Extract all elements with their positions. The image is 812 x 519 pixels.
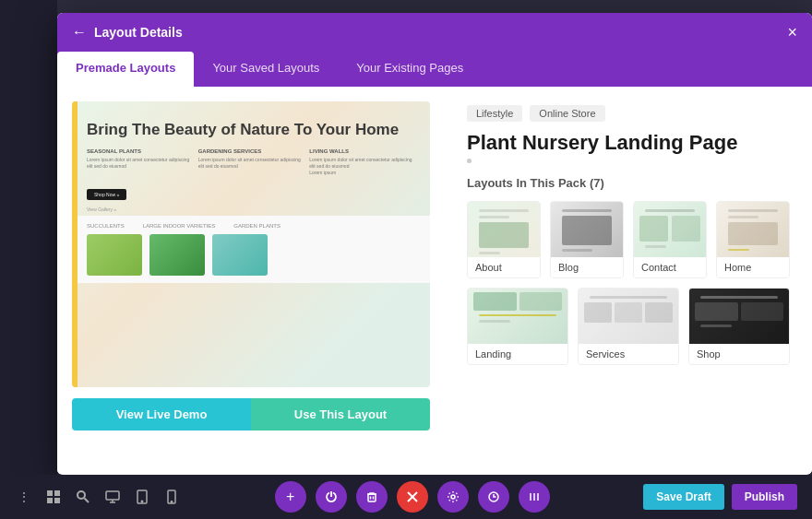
preview-plants-row — [87, 234, 415, 276]
preview-col-3: LIVING WALLS Lorem ipsum dolor sit amet … — [309, 147, 415, 176]
back-arrow-icon[interactable]: ← — [72, 24, 87, 41]
layout-card-landing-label: Landing — [468, 344, 567, 364]
layout-card-shop-label: Shop — [689, 344, 789, 364]
modal-header: ← Layout Details × — [57, 13, 812, 52]
monitor-icon[interactable] — [103, 488, 122, 506]
layout-card-blog[interactable]: Blog — [550, 201, 624, 278]
modal-close-button[interactable]: × — [787, 24, 797, 41]
dots-icon[interactable]: ⋮ — [15, 488, 33, 506]
layout-thumb-blog — [551, 202, 623, 257]
plant-thumb-2 — [149, 234, 205, 276]
svg-rect-0 — [47, 490, 53, 496]
phone-icon[interactable] — [162, 488, 181, 506]
layout-thumb-contact — [634, 202, 706, 257]
bottom-toolbar: ⋮ + — [0, 475, 812, 519]
search-icon[interactable] — [74, 488, 92, 506]
preview-view-link: View Gallery » — [87, 206, 415, 212]
add-button[interactable]: + — [275, 481, 306, 513]
layout-thumb-landing — [468, 289, 567, 344]
layouts-grid-row2: Landing Services — [467, 288, 790, 365]
info-panel: Lifestyle Online Store Plant Nursery Lan… — [445, 87, 812, 473]
svg-rect-2 — [47, 498, 53, 503]
preview-hero: Bring The Beauty of Nature To Your Home … — [72, 101, 430, 212]
modal-title: Layout Details — [94, 25, 183, 40]
preview-panel: Bring The Beauty of Nature To Your Home … — [57, 87, 445, 473]
svg-rect-1 — [54, 490, 60, 496]
layout-title: Plant Nursery Landing Page — [467, 131, 790, 155]
tab-premade-layouts[interactable]: Premade Layouts — [57, 52, 194, 87]
close-button[interactable] — [397, 481, 428, 513]
layout-card-about[interactable]: About — [467, 201, 541, 278]
modal-body: Bring The Beauty of Nature To Your Home … — [57, 87, 812, 473]
modal-tabs: Premade Layouts Your Saved Layouts Your … — [57, 52, 812, 87]
preview-image: Bring The Beauty of Nature To Your Home … — [72, 101, 430, 387]
tab-existing-pages[interactable]: Your Existing Pages — [338, 52, 482, 87]
svg-point-10 — [141, 501, 142, 501]
plant-thumb-3 — [212, 234, 268, 276]
preview-bottom: SUCCULENTS LARGE INDOOR VARIETIES GARDEN… — [72, 216, 430, 283]
settings-button[interactable] — [437, 481, 469, 513]
use-this-layout-button[interactable]: Use This Layout — [251, 398, 430, 431]
preview-col-2: GARDENING SERVICES Lorem ipsum dolor sit… — [198, 147, 304, 176]
preview-plant-labels: SUCCULENTS LARGE INDOOR VARIETIES GARDEN… — [87, 223, 415, 229]
svg-line-5 — [85, 499, 90, 503]
layout-thumb-home — [717, 202, 789, 257]
history-button[interactable] — [478, 481, 509, 513]
preview-actions: View Live Demo Use This Layout — [72, 398, 430, 431]
toolbar-center: + — [275, 481, 550, 513]
layout-thumb-services — [579, 289, 678, 344]
preview-shop-btn: Shop Now » — [87, 189, 126, 200]
preview-col-1: SEASONAL PLANTS Lorem ipsum dolor sit am… — [87, 147, 193, 176]
svg-rect-6 — [106, 491, 119, 500]
grid-icon[interactable] — [44, 488, 63, 506]
layout-card-services[interactable]: Services — [578, 288, 679, 365]
save-draft-button[interactable]: Save Draft — [643, 484, 723, 510]
svg-point-19 — [451, 495, 455, 499]
header-left: ← Layout Details — [72, 24, 183, 41]
modal-layout-details: ← Layout Details × Premade Layouts Your … — [57, 13, 812, 475]
left-sidebar — [0, 0, 57, 519]
tag-lifestyle[interactable]: Lifestyle — [467, 105, 522, 122]
power-button[interactable] — [316, 481, 347, 513]
layout-card-home-label: Home — [717, 257, 789, 277]
layouts-grid-row1: About Blog — [467, 201, 790, 278]
tab-saved-layouts[interactable]: Your Saved Layouts — [194, 52, 338, 87]
layout-card-landing[interactable]: Landing — [467, 288, 568, 365]
layout-card-shop[interactable]: Shop — [688, 288, 790, 365]
tags-row: Lifestyle Online Store — [467, 105, 790, 122]
layout-card-contact-label: Contact — [634, 257, 706, 277]
layout-dot — [467, 159, 472, 163]
trash-button[interactable] — [356, 481, 388, 513]
tag-online-store[interactable]: Online Store — [530, 105, 604, 122]
preview-hero-columns: SEASONAL PLANTS Lorem ipsum dolor sit am… — [87, 147, 415, 176]
toolbar-left: ⋮ — [15, 488, 181, 506]
svg-rect-3 — [54, 498, 60, 503]
preview-hero-text: Bring The Beauty of Nature To Your Home — [87, 120, 415, 140]
plant-thumb-1 — [87, 234, 142, 276]
layout-thumb-about — [468, 202, 540, 257]
publish-button[interactable]: Publish — [732, 484, 797, 510]
layout-card-services-label: Services — [579, 344, 678, 364]
svg-rect-14 — [368, 494, 376, 501]
layout-card-home[interactable]: Home — [716, 201, 790, 278]
layout-thumb-shop — [689, 289, 789, 344]
tablet-icon[interactable] — [133, 488, 151, 506]
layout-card-contact[interactable]: Contact — [633, 201, 707, 278]
layout-card-blog-label: Blog — [551, 257, 623, 277]
toolbar-right: Save Draft Publish — [643, 484, 797, 510]
svg-point-4 — [78, 491, 85, 499]
columns-button[interactable] — [519, 481, 550, 513]
pack-title: Layouts In This Pack (7) — [467, 176, 790, 190]
svg-point-12 — [171, 501, 172, 502]
view-live-demo-button[interactable]: View Live Demo — [72, 398, 251, 431]
